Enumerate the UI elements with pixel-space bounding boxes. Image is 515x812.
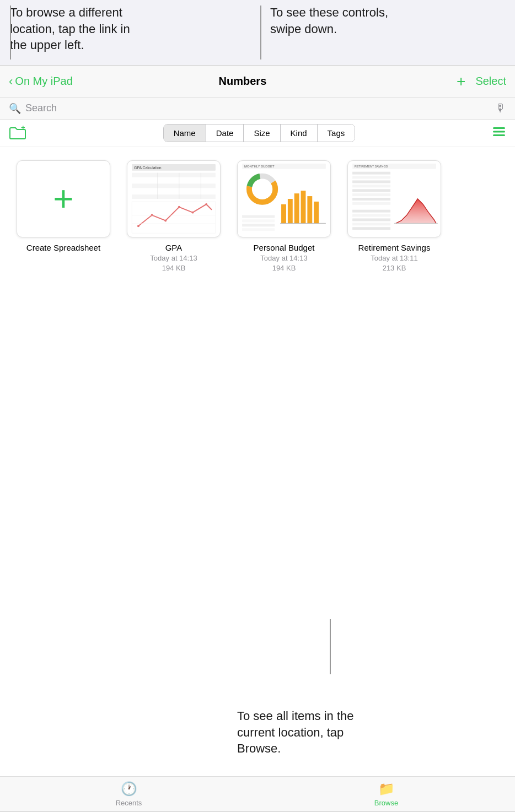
budget-file-meta: Today at 14:13194 KB: [260, 253, 307, 273]
retirement-file-meta: Today at 13:11213 KB: [371, 253, 417, 273]
sort-tab-group: Name Date Size Kind Tags: [163, 124, 356, 142]
svg-rect-42: [352, 176, 390, 179]
list-view-icon: [492, 126, 506, 137]
svg-text:+: +: [21, 126, 25, 132]
sort-tab-tags[interactable]: Tags: [318, 124, 355, 142]
new-folder-button[interactable]: +: [9, 126, 26, 141]
file-item-gpa[interactable]: GPA Calculation: [127, 160, 221, 273]
svg-rect-9: [132, 189, 216, 193]
indicator-line-left: [10, 6, 11, 59]
svg-rect-53: [352, 218, 390, 221]
sort-tab-date[interactable]: Date: [206, 124, 244, 142]
svg-rect-2: [493, 131, 505, 132]
browse-label: Browse: [374, 799, 398, 807]
recents-tab[interactable]: 🕐 Recents: [0, 781, 258, 807]
svg-point-20: [205, 203, 207, 205]
svg-rect-46: [352, 193, 390, 196]
svg-rect-48: [352, 202, 390, 205]
search-bar: 🔍 🎙: [0, 98, 515, 120]
search-input[interactable]: [25, 102, 491, 114]
svg-rect-3: [493, 134, 505, 136]
retirement-file-name: Retirement Savings: [358, 243, 431, 252]
sort-tab-kind[interactable]: Kind: [281, 124, 318, 142]
folder-plus-icon: +: [9, 126, 26, 141]
browse-tab[interactable]: 📁 Browse: [258, 781, 515, 807]
svg-rect-54: [352, 223, 390, 225]
retirement-thumbnail-svg: RETIREMENT SAVINGS: [348, 161, 441, 237]
create-spreadsheet-item[interactable]: + Create Spreadsheet: [17, 160, 110, 273]
svg-rect-47: [352, 198, 390, 201]
file-item-budget[interactable]: MONTHLY BUDGET: [237, 160, 331, 273]
page-title: Numbers: [29, 75, 457, 88]
indicator-line-right: [260, 6, 261, 59]
microphone-icon[interactable]: 🎙: [495, 102, 506, 115]
svg-text:RETIREMENT SAVINGS: RETIREMENT SAVINGS: [355, 165, 388, 168]
file-item-retirement[interactable]: RETIREMENT SAVINGS: [347, 160, 441, 273]
tooltip-top-right: To see these controls, swipe down.: [270, 4, 397, 37]
budget-thumb: MONTHLY BUDGET: [237, 160, 331, 237]
svg-rect-1: [493, 127, 505, 129]
chevron-left-icon: ‹: [9, 75, 13, 88]
budget-thumbnail-svg: MONTHLY BUDGET: [238, 161, 330, 237]
svg-rect-36: [242, 219, 275, 222]
sort-tabs: Name Date Size Kind Tags: [33, 124, 485, 142]
plus-icon: +: [53, 181, 73, 216]
svg-rect-52: [352, 214, 390, 217]
svg-rect-44: [352, 185, 390, 187]
tooltip-top-left: To browse a different location, tap the …: [10, 4, 142, 53]
create-spreadsheet-thumb: +: [17, 160, 110, 237]
svg-rect-37: [242, 224, 275, 226]
sort-bar: + Name Date Size Kind Tags: [0, 120, 515, 147]
svg-point-17: [164, 219, 167, 221]
svg-rect-7: [132, 178, 216, 183]
list-view-button[interactable]: [492, 126, 506, 140]
svg-point-15: [137, 225, 140, 227]
gpa-thumb: GPA Calculation: [127, 160, 221, 237]
svg-rect-51: [352, 210, 390, 213]
sort-tab-size[interactable]: Size: [244, 124, 280, 142]
svg-rect-45: [352, 189, 390, 192]
svg-rect-29: [288, 199, 293, 223]
svg-rect-55: [352, 227, 390, 230]
svg-rect-8: [132, 183, 216, 188]
add-button[interactable]: +: [457, 74, 465, 89]
svg-text:MONTHLY BUDGET: MONTHLY BUDGET: [244, 165, 275, 168]
header-actions: + Select: [457, 74, 506, 89]
svg-text:GPA Calculation: GPA Calculation: [134, 166, 162, 170]
file-grid: + Create Spreadsheet GPA Calculation: [0, 147, 515, 286]
svg-rect-28: [281, 204, 286, 224]
svg-rect-38: [242, 228, 275, 231]
svg-rect-31: [301, 191, 306, 223]
gpa-file-meta: Today at 14:13194 KB: [150, 253, 197, 273]
svg-rect-33: [314, 202, 319, 223]
create-spreadsheet-label: Create Spreadsheet: [26, 243, 100, 252]
svg-rect-32: [307, 196, 312, 223]
browse-icon: 📁: [378, 781, 395, 797]
tab-bar: 🕐 Recents 📁 Browse: [0, 776, 515, 811]
svg-point-19: [192, 212, 194, 214]
header-bar: ‹ On My iPad Numbers + Select: [0, 66, 515, 98]
budget-file-name: Personal Budget: [254, 243, 315, 252]
sort-tab-name[interactable]: Name: [164, 124, 206, 142]
recents-label: Recents: [116, 799, 142, 807]
search-icon: 🔍: [9, 102, 21, 115]
gpa-file-name: GPA: [165, 243, 183, 252]
svg-rect-30: [294, 193, 299, 223]
indicator-line-bottom: [330, 619, 331, 674]
svg-rect-35: [242, 215, 275, 218]
select-button[interactable]: Select: [475, 75, 506, 88]
retirement-thumb: RETIREMENT SAVINGS: [347, 160, 441, 237]
svg-rect-10: [132, 194, 216, 199]
recents-icon: 🕐: [121, 781, 137, 797]
svg-rect-41: [352, 172, 390, 175]
svg-rect-6: [132, 173, 216, 177]
svg-rect-43: [352, 180, 390, 183]
gpa-thumbnail-svg: GPA Calculation: [127, 161, 220, 237]
svg-point-18: [178, 206, 180, 208]
app-container: ‹ On My iPad Numbers + Select 🔍 🎙 + Name…: [0, 65, 515, 812]
